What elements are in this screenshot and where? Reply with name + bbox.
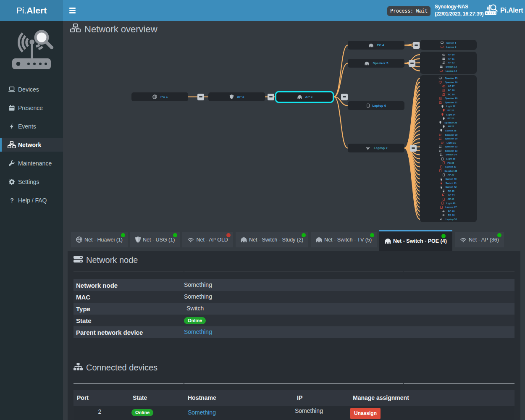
tab-net-switch-poe-4[interactable]: Net - Switch - POE (4) <box>379 230 452 251</box>
column-header-ip[interactable]: IP <box>290 394 349 401</box>
graph-node-switch-13[interactable]: Switch 13 <box>420 65 477 69</box>
graph-node-ap-3[interactable]: AP 3 <box>275 91 334 103</box>
graph-node-switch-28[interactable]: Switch 28 <box>420 129 477 133</box>
collapse-button[interactable] <box>410 145 417 152</box>
graph-node-laptop-7[interactable]: Laptop 7 <box>348 144 404 152</box>
host-info: Synology-NAS (22/01/2023, 16:27:39) <box>435 3 483 18</box>
graph-node-laptop-6[interactable]: Laptop 6 <box>348 101 404 110</box>
app-logo-image <box>12 31 51 71</box>
graph-node-switch-34[interactable]: Switch 34 <box>420 153 477 157</box>
volume-icon <box>442 210 445 213</box>
graph-node-laptop-14[interactable]: Laptop 14 <box>420 69 477 73</box>
tab-net-ap-36[interactable]: Net - AP (36) <box>455 232 504 247</box>
graph-node-speaker-16[interactable]: Speaker 16 <box>420 80 477 84</box>
eye-icon <box>442 85 445 87</box>
graph-node-ap-45[interactable]: AP 45 <box>420 197 477 201</box>
sidebar-item-devices[interactable]: Devices <box>0 82 63 96</box>
marker-icon <box>443 125 445 128</box>
graph-node-ap-11[interactable]: AP 11 <box>420 57 477 61</box>
column-header-state[interactable]: State <box>126 394 183 401</box>
section-divider <box>74 383 514 384</box>
collapse-button[interactable] <box>197 94 204 100</box>
marker-icon <box>440 129 442 132</box>
graph-node-speaker-21[interactable]: Speaker 21 <box>420 100 477 105</box>
graph-node-laptop-47[interactable]: Laptop 47 <box>420 205 477 209</box>
graph-node-pc-49[interactable]: PC 49 <box>420 213 477 218</box>
graph-leaf-group: Speaker 15Speaker 16AP 17PC 18PC 19Speak… <box>420 75 477 222</box>
column-header-manage-assignment[interactable]: Manage assignment <box>349 394 514 401</box>
sidebar-menu: DevicesPresenceEventsNetworkMaintenanceS… <box>0 82 63 207</box>
dome-icon <box>368 43 374 48</box>
volume-icon <box>440 218 443 220</box>
dome-icon <box>241 237 247 242</box>
sidebar-item-events[interactable]: Events <box>0 119 63 133</box>
graph-node-pc-4[interactable]: PC 4 <box>348 41 404 50</box>
graph-node-light-24[interactable]: Light 24 <box>420 113 477 117</box>
plug-icon <box>440 178 443 181</box>
graph-node-pc-25[interactable]: PC 25 <box>420 116 477 121</box>
graph-node-ap-27[interactable]: AP 27 <box>420 125 477 129</box>
graph-node-pc-36[interactable]: PC 36 <box>420 161 477 165</box>
column-header-port[interactable]: Port <box>74 394 126 401</box>
graph-node-pc-19[interactable]: PC 19 <box>420 92 477 97</box>
hostname-link[interactable]: Something <box>188 409 216 416</box>
graph-node-speaker-32[interactable]: Speaker 32 <box>420 144 477 149</box>
sidebar-item-help-faq[interactable]: ?Help / FAQ <box>0 193 63 207</box>
graph-node-pc-48[interactable]: PC 48 <box>420 209 477 213</box>
unassign-button[interactable]: Unassign <box>350 408 381 419</box>
sidebar-toggle-button[interactable] <box>63 0 82 21</box>
graph-node-switch-41[interactable]: Switch 41 <box>420 181 477 185</box>
tab-net-switch-study-2[interactable]: Net - Switch - Study (2) <box>236 232 308 247</box>
tab-net-switch-tv-5[interactable]: Net - Switch - TV (5) <box>311 232 377 247</box>
graph-node-laptop-9[interactable]: Laptop 9 <box>420 45 477 49</box>
graph-node-speaker-30[interactable]: Speaker 30 <box>420 136 477 141</box>
graph-node-speaker-29[interactable]: Speaker 29 <box>420 133 477 137</box>
sidebar-item-presence[interactable]: Presence <box>0 101 63 115</box>
collapse-button[interactable] <box>409 60 415 67</box>
lap-icon <box>439 97 442 100</box>
parent-device-link[interactable]: Something <box>184 328 212 335</box>
sidebar-item-settings[interactable]: Settings <box>0 175 63 189</box>
graph-node-pc-43[interactable]: PC 43 <box>420 189 477 193</box>
sidebar-item-network[interactable]: Network <box>0 138 63 152</box>
graph-node-ap-44[interactable]: AP 44 <box>420 193 477 197</box>
graph-node-speaker-15[interactable]: Speaker 15 <box>420 76 477 80</box>
graph-node-speaker-20[interactable]: Speaker 20 <box>420 96 477 100</box>
graph-node-light-31[interactable]: Light 31 <box>420 141 477 145</box>
graph-node-speaker-26[interactable]: Speaker 26 <box>420 121 477 125</box>
graph-node-ap-17[interactable]: AP 17 <box>420 84 477 89</box>
graph-node-switch-42[interactable]: Switch 42 <box>420 185 477 189</box>
collapse-button[interactable] <box>341 94 348 100</box>
graph-node-light-22[interactable]: Light 22 <box>420 105 477 109</box>
graph-node-speaker-5[interactable]: Speaker 5 <box>348 59 404 68</box>
graph-node-ap-12[interactable]: AP 12 <box>420 61 477 65</box>
graph-node-light-35[interactable]: Light 35 <box>420 157 477 161</box>
plug-icon <box>442 189 445 192</box>
graph-node-speaker-38[interactable]: Speaker 38 <box>420 169 477 173</box>
collapse-button[interactable] <box>268 94 274 100</box>
graph-node-ap-2[interactable]: AP 2 <box>208 92 265 101</box>
graph-node-pc-1[interactable]: PC 1 <box>131 92 188 101</box>
marker-icon <box>443 109 445 112</box>
ip-cell: Something <box>290 406 349 420</box>
tv-icon <box>439 77 442 79</box>
graph-node-switch-37[interactable]: Switch 37 <box>420 165 477 169</box>
column-header-hostname[interactable]: Hostname <box>183 394 290 401</box>
tab-net-huawei-1[interactable]: Net - Huawei (1) <box>71 232 128 247</box>
graph-node-ap-39[interactable]: AP 39 <box>420 173 477 177</box>
app-logo[interactable]: Pi.Alert <box>0 0 63 21</box>
graph-node-light-46[interactable]: Light 46 <box>420 201 477 205</box>
collapse-button[interactable] <box>413 42 420 49</box>
sidebar-item-maintenance[interactable]: Maintenance <box>0 156 63 170</box>
tab-net-ap-old[interactable]: Net - AP OLD <box>182 232 233 247</box>
port-cell: 2 <box>74 406 126 420</box>
graph-node-pc-23[interactable]: PC 23 <box>420 108 477 113</box>
graph-node-switch-8[interactable]: Switch 8 <box>420 41 477 45</box>
graph-node-ap-10[interactable]: AP 10 <box>420 52 477 57</box>
graph-node-switch-40[interactable]: Switch 40 <box>420 177 477 181</box>
graph-node-laptop-50[interactable]: Laptop 50 <box>420 217 477 221</box>
gear-icon <box>7 179 16 185</box>
graph-node-speaker-33[interactable]: Speaker 33 <box>420 149 477 153</box>
graph-node-pc-18[interactable]: PC 18 <box>420 88 477 92</box>
tab-net-usg-1[interactable]: Net - USG (1) <box>130 232 180 247</box>
